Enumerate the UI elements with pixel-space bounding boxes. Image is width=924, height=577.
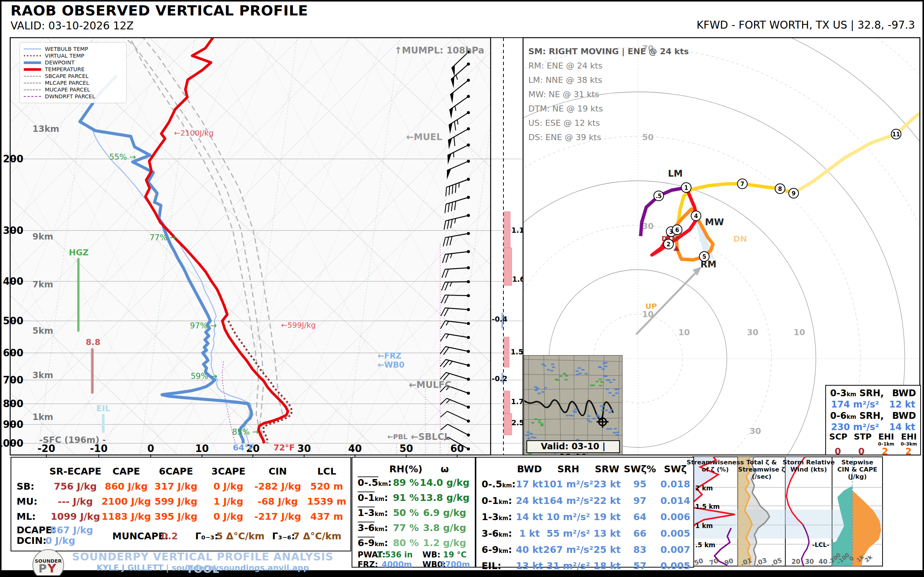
legend-item: MUCAPE PARCEL <box>24 86 123 93</box>
kinematics-cell: 97 <box>633 495 647 506</box>
kinematics-cell: 0.006 <box>660 511 690 522</box>
thermo-cell: 5 Δ°C/km <box>216 531 265 542</box>
omega-bar <box>504 337 509 367</box>
skewt-annotation: 59% → <box>191 372 217 381</box>
kinematics-cell: 24 kt <box>516 495 543 506</box>
kinematics-cell: 55 m²/s² <box>546 528 590 539</box>
moisture-cell: 13.8 g/kg <box>420 492 470 503</box>
hodo-ring-label: 30 <box>642 221 654 231</box>
thermo-cell: 1099 J/kg <box>50 511 100 522</box>
thermo-cell: 395 J/kg <box>155 511 197 522</box>
moisture-cell: 3700m <box>440 560 470 569</box>
thermo-cell: 867 J/kg <box>50 525 93 535</box>
omega-label: 2.5 <box>511 418 524 427</box>
kinematics-cell: 17 kt <box>516 479 543 490</box>
temp-axis-label: 0 <box>147 443 154 454</box>
motion-line: DS: ENE @ 39 kts <box>528 130 689 145</box>
legend-swatch <box>24 96 41 97</box>
sm-line: SM: RIGHT MOVING | ENE @ 24 kts <box>528 44 689 59</box>
srh-footer-header: SCP <box>829 434 848 447</box>
kinematics-cell: 14 kt <box>516 511 543 522</box>
omega-label: -0.2 <box>492 374 507 383</box>
skewt-annotation: 72°F <box>274 443 295 452</box>
moisture-cell: 91 % <box>393 492 419 503</box>
kinematics-cell: 0.005 <box>660 561 690 571</box>
legend-item: DEWPOINT <box>24 59 123 66</box>
height-label: 1km <box>32 412 53 422</box>
moisture-cell: ω <box>441 464 449 475</box>
moisture-cell: 6.9 g/kg <box>423 507 467 518</box>
srh-footer-value: 0 <box>835 446 841 457</box>
moisture-table-box: RH(%)ω0-.5km:89 %14.0 g/kg0-1km:91 %13.8… <box>352 457 476 567</box>
legend-item: MLCAPE PARCEL <box>24 79 123 86</box>
thermo-cell: 0 J/kg <box>213 481 243 492</box>
moisture-cell: 1.536 in <box>376 550 413 559</box>
radar-map-inset: Valid: 03-10 | 12:00 <box>524 355 622 455</box>
thermo-cell: DCIN: <box>16 535 46 546</box>
hodo-height-marker-label: 1 <box>684 185 688 191</box>
thermo-cell: SR-ECAPE <box>49 466 101 477</box>
hodo-motion-label: LM <box>668 168 682 179</box>
temp-axis-label: 10 <box>195 443 209 454</box>
mini-panel-title-2: Storm RelativeWind (kts) <box>783 459 835 473</box>
skewt-annotation: ←599J/kg <box>281 321 316 330</box>
branding-line2[interactable]: KYLE J GILLETT | sounderpysoundings.anvi… <box>60 563 346 572</box>
kinematics-cell: 64 <box>633 511 647 522</box>
moisture-cell: 1-3km: <box>358 507 388 518</box>
kinematics-cell: 3-6km: <box>481 528 512 539</box>
thermo-cell: Γ₀₋₃: <box>195 531 218 542</box>
kinematics-cell: 0-1km: <box>481 495 512 506</box>
thermo-cell: MU: <box>16 496 37 507</box>
srh-footer-header: STP <box>854 434 872 447</box>
height-label: 7km <box>32 279 53 289</box>
thermo-cell: 860 J/kg <box>105 481 148 492</box>
srh6-value: 230 m²/s² <box>831 422 879 432</box>
legend-swatch <box>24 68 41 71</box>
kinematics-cell: 101 m²/s² <box>543 479 593 490</box>
thermo-cell: 0 J/kg <box>213 511 243 522</box>
skewt-annotation: 8.8 <box>86 337 101 347</box>
moisture-cell: 77 % <box>393 522 419 533</box>
omega-label: 1.7 <box>511 397 524 406</box>
thermo-cell: 1 J/kg <box>213 496 243 507</box>
kinematics-cell: 0-.5km: <box>481 479 515 490</box>
moisture-cell: 0-1km: <box>358 492 388 503</box>
kinematics-cell: 95 <box>633 479 647 490</box>
thermo-cell: MUNCAPE: <box>112 531 168 542</box>
skewt-annotation: 97% → <box>190 321 216 330</box>
p3-lcl-label: -LCL- <box>812 541 829 548</box>
thermo-cell: 2100 J/kg <box>101 496 151 507</box>
kinematics-cell: 0.014 <box>660 495 690 506</box>
thermo-cell: 1539 m <box>307 496 346 507</box>
omega-bar <box>504 414 512 435</box>
hodo-ring-label: 10 <box>794 328 805 337</box>
thermo-cell: 3CAPE <box>212 466 246 477</box>
mini-panel-title-3: StepwiseCIN & CAPE(J/kg) <box>837 459 877 480</box>
legend-swatch <box>24 61 41 64</box>
p1-ytick: 1 km <box>695 522 713 530</box>
srh3-label: 0-3km SRH, <box>830 388 884 398</box>
hodo-height-marker-label: 7 <box>740 181 744 187</box>
srh-footer-header: EHI0–1km <box>878 434 894 447</box>
thermo-cell: 0.2 <box>161 531 178 542</box>
moisture-cell: 89 % <box>393 477 419 488</box>
legend-item: SBCAPE PARCEL <box>24 73 123 79</box>
hodo-height-marker-label: 6 <box>675 227 679 234</box>
legend-swatch <box>24 48 41 49</box>
legend-item: VIRTUAL TEMP <box>24 52 123 59</box>
skewt-annotation: HGZ <box>69 248 89 257</box>
moisture-cell: RH(%) <box>389 464 422 475</box>
srh-footer-value: 2 <box>905 446 911 457</box>
temp-axis-label: 40 <box>348 443 362 454</box>
p3-xtick: 40 <box>819 558 827 565</box>
kinematics-cell: 13 kt <box>593 528 621 539</box>
moisture-cell: 3.8 g/kg <box>423 522 467 533</box>
kinematics-cell: 66 <box>633 528 647 539</box>
kinematics-cell: BWD <box>517 464 542 475</box>
motion-line: MW: NE @ 31 kts <box>528 87 689 102</box>
hodo-height-marker-label: 11 <box>892 131 900 138</box>
thermo-cell: 0 J/kg <box>45 535 75 546</box>
kinematics-cell: 57 <box>633 561 647 571</box>
thermo-cell: 1183 J/kg <box>101 511 151 522</box>
legend-item: DWNDRFT PARCEL <box>24 93 123 100</box>
